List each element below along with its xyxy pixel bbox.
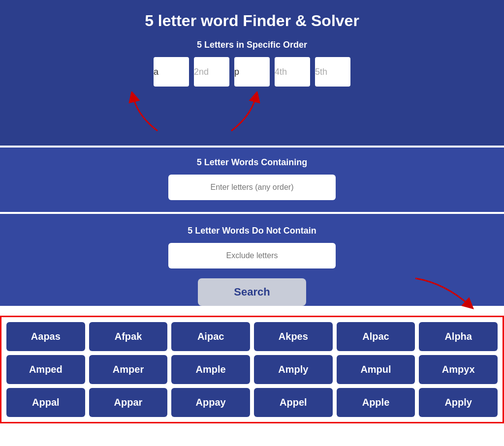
word-result-button[interactable]: Aapas [6, 322, 85, 351]
letter-box-1[interactable] [154, 57, 189, 87]
word-result-button[interactable]: Amped [6, 355, 85, 384]
letter-box-4[interactable] [275, 57, 310, 87]
letter-box-3[interactable] [234, 57, 270, 87]
search-area: 5 Letter Words Do Not Contain Search [0, 214, 504, 306]
word-result-button[interactable]: Aipac [171, 322, 250, 351]
word-result-button[interactable]: Alpac [337, 322, 415, 351]
word-result-button[interactable]: Appel [254, 388, 333, 417]
word-result-button[interactable]: Ampul [337, 355, 415, 384]
search-button[interactable]: Search [198, 278, 306, 306]
word-result-button[interactable]: Appay [171, 388, 250, 417]
word-result-button[interactable]: Appar [89, 388, 168, 417]
word-result-button[interactable]: Afpak [89, 322, 168, 351]
arrow-right-icon [221, 91, 281, 136]
exclude-input[interactable] [168, 243, 336, 268]
word-result-button[interactable]: Akpes [254, 322, 333, 351]
results-grid: AapasAfpakAipacAkpesAlpacAlphaAmpedAmper… [6, 322, 498, 417]
word-result-button[interactable]: Alpha [419, 322, 498, 351]
word-result-button[interactable]: Amper [89, 355, 168, 384]
word-result-button[interactable]: Apple [337, 388, 415, 417]
specific-order-label: 5 Letters in Specific Order [10, 40, 494, 50]
word-result-button[interactable]: Ample [171, 355, 250, 384]
word-result-button[interactable]: Amply [254, 355, 333, 384]
containing-section: 5 Letter Words Containing [0, 148, 504, 214]
word-result-button[interactable]: Apply [419, 388, 498, 417]
containing-input[interactable] [168, 175, 336, 200]
do-not-contain-label: 5 Letter Words Do Not Contain [10, 226, 494, 236]
containing-label: 5 Letter Words Containing [10, 157, 494, 168]
letter-boxes-row [10, 57, 494, 87]
letter-box-2[interactable] [194, 57, 229, 87]
letter-box-5[interactable] [315, 57, 350, 87]
word-result-button[interactable]: Ampyx [419, 355, 498, 384]
results-section: AapasAfpakAipacAkpesAlpacAlphaAmpedAmper… [0, 316, 504, 423]
top-section: 5 letter word Finder & Solver 5 Letters … [0, 0, 504, 148]
word-result-button[interactable]: Appal [6, 388, 85, 417]
page-title: 5 letter word Finder & Solver [10, 12, 494, 30]
arrow-bottom-right-icon [410, 273, 474, 313]
arrow-left-icon [108, 91, 167, 136]
